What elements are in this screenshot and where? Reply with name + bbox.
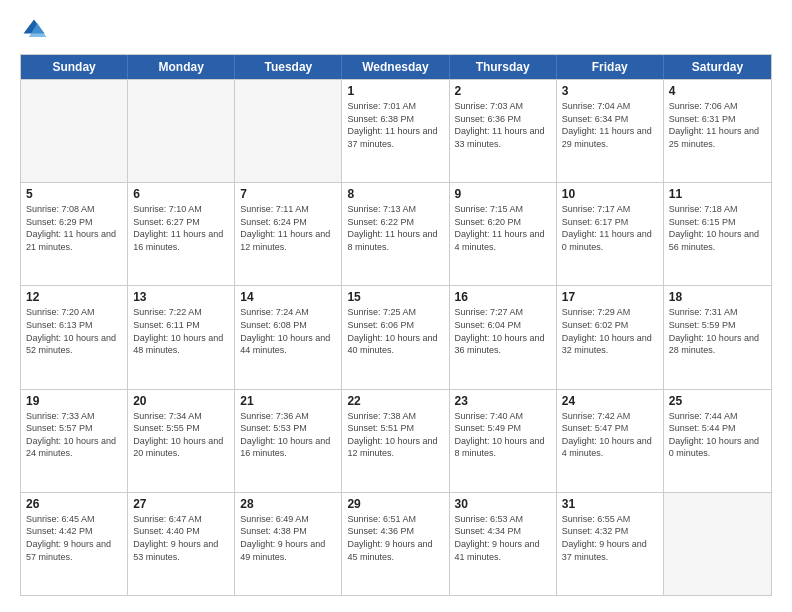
calendar-day-14: 14Sunrise: 7:24 AM Sunset: 6:08 PM Dayli… [235, 286, 342, 388]
day-number: 25 [669, 394, 766, 408]
weekday-header-friday: Friday [557, 55, 664, 79]
day-number: 13 [133, 290, 229, 304]
day-info: Sunrise: 7:04 AM Sunset: 6:34 PM Dayligh… [562, 100, 658, 150]
day-info: Sunrise: 7:38 AM Sunset: 5:51 PM Dayligh… [347, 410, 443, 460]
weekday-header-thursday: Thursday [450, 55, 557, 79]
calendar-day-16: 16Sunrise: 7:27 AM Sunset: 6:04 PM Dayli… [450, 286, 557, 388]
day-info: Sunrise: 7:34 AM Sunset: 5:55 PM Dayligh… [133, 410, 229, 460]
day-info: Sunrise: 7:42 AM Sunset: 5:47 PM Dayligh… [562, 410, 658, 460]
calendar-day-12: 12Sunrise: 7:20 AM Sunset: 6:13 PM Dayli… [21, 286, 128, 388]
calendar-day-23: 23Sunrise: 7:40 AM Sunset: 5:49 PM Dayli… [450, 390, 557, 492]
day-info: Sunrise: 7:15 AM Sunset: 6:20 PM Dayligh… [455, 203, 551, 253]
day-info: Sunrise: 6:45 AM Sunset: 4:42 PM Dayligh… [26, 513, 122, 563]
calendar-day-empty-0-1 [128, 80, 235, 182]
day-number: 23 [455, 394, 551, 408]
day-number: 19 [26, 394, 122, 408]
calendar-day-31: 31Sunrise: 6:55 AM Sunset: 4:32 PM Dayli… [557, 493, 664, 595]
weekday-header-sunday: Sunday [21, 55, 128, 79]
calendar-day-25: 25Sunrise: 7:44 AM Sunset: 5:44 PM Dayli… [664, 390, 771, 492]
calendar-header: SundayMondayTuesdayWednesdayThursdayFrid… [21, 55, 771, 79]
calendar-day-1: 1Sunrise: 7:01 AM Sunset: 6:38 PM Daylig… [342, 80, 449, 182]
calendar-day-21: 21Sunrise: 7:36 AM Sunset: 5:53 PM Dayli… [235, 390, 342, 492]
day-number: 21 [240, 394, 336, 408]
calendar: SundayMondayTuesdayWednesdayThursdayFrid… [20, 54, 772, 596]
page: SundayMondayTuesdayWednesdayThursdayFrid… [0, 0, 792, 612]
calendar-row-2: 12Sunrise: 7:20 AM Sunset: 6:13 PM Dayli… [21, 285, 771, 388]
calendar-day-28: 28Sunrise: 6:49 AM Sunset: 4:38 PM Dayli… [235, 493, 342, 595]
day-info: Sunrise: 7:27 AM Sunset: 6:04 PM Dayligh… [455, 306, 551, 356]
day-info: Sunrise: 7:18 AM Sunset: 6:15 PM Dayligh… [669, 203, 766, 253]
calendar-day-27: 27Sunrise: 6:47 AM Sunset: 4:40 PM Dayli… [128, 493, 235, 595]
day-number: 17 [562, 290, 658, 304]
calendar-day-6: 6Sunrise: 7:10 AM Sunset: 6:27 PM Daylig… [128, 183, 235, 285]
calendar-day-2: 2Sunrise: 7:03 AM Sunset: 6:36 PM Daylig… [450, 80, 557, 182]
day-number: 11 [669, 187, 766, 201]
day-info: Sunrise: 7:08 AM Sunset: 6:29 PM Dayligh… [26, 203, 122, 253]
calendar-row-4: 26Sunrise: 6:45 AM Sunset: 4:42 PM Dayli… [21, 492, 771, 595]
day-info: Sunrise: 7:11 AM Sunset: 6:24 PM Dayligh… [240, 203, 336, 253]
calendar-row-1: 5Sunrise: 7:08 AM Sunset: 6:29 PM Daylig… [21, 182, 771, 285]
day-info: Sunrise: 7:29 AM Sunset: 6:02 PM Dayligh… [562, 306, 658, 356]
logo [20, 16, 52, 44]
day-number: 29 [347, 497, 443, 511]
calendar-day-4: 4Sunrise: 7:06 AM Sunset: 6:31 PM Daylig… [664, 80, 771, 182]
day-number: 12 [26, 290, 122, 304]
calendar-day-7: 7Sunrise: 7:11 AM Sunset: 6:24 PM Daylig… [235, 183, 342, 285]
day-info: Sunrise: 7:40 AM Sunset: 5:49 PM Dayligh… [455, 410, 551, 460]
day-number: 24 [562, 394, 658, 408]
calendar-day-26: 26Sunrise: 6:45 AM Sunset: 4:42 PM Dayli… [21, 493, 128, 595]
day-info: Sunrise: 7:22 AM Sunset: 6:11 PM Dayligh… [133, 306, 229, 356]
day-number: 30 [455, 497, 551, 511]
day-info: Sunrise: 7:31 AM Sunset: 5:59 PM Dayligh… [669, 306, 766, 356]
day-number: 18 [669, 290, 766, 304]
calendar-day-9: 9Sunrise: 7:15 AM Sunset: 6:20 PM Daylig… [450, 183, 557, 285]
day-info: Sunrise: 7:13 AM Sunset: 6:22 PM Dayligh… [347, 203, 443, 253]
day-number: 26 [26, 497, 122, 511]
weekday-header-monday: Monday [128, 55, 235, 79]
day-info: Sunrise: 6:55 AM Sunset: 4:32 PM Dayligh… [562, 513, 658, 563]
day-number: 5 [26, 187, 122, 201]
weekday-header-wednesday: Wednesday [342, 55, 449, 79]
day-info: Sunrise: 7:17 AM Sunset: 6:17 PM Dayligh… [562, 203, 658, 253]
calendar-body: 1Sunrise: 7:01 AM Sunset: 6:38 PM Daylig… [21, 79, 771, 595]
calendar-row-0: 1Sunrise: 7:01 AM Sunset: 6:38 PM Daylig… [21, 79, 771, 182]
logo-icon [20, 16, 48, 44]
day-info: Sunrise: 7:24 AM Sunset: 6:08 PM Dayligh… [240, 306, 336, 356]
day-info: Sunrise: 7:36 AM Sunset: 5:53 PM Dayligh… [240, 410, 336, 460]
day-info: Sunrise: 7:01 AM Sunset: 6:38 PM Dayligh… [347, 100, 443, 150]
day-number: 14 [240, 290, 336, 304]
day-number: 2 [455, 84, 551, 98]
calendar-day-13: 13Sunrise: 7:22 AM Sunset: 6:11 PM Dayli… [128, 286, 235, 388]
calendar-day-29: 29Sunrise: 6:51 AM Sunset: 4:36 PM Dayli… [342, 493, 449, 595]
calendar-day-10: 10Sunrise: 7:17 AM Sunset: 6:17 PM Dayli… [557, 183, 664, 285]
calendar-day-17: 17Sunrise: 7:29 AM Sunset: 6:02 PM Dayli… [557, 286, 664, 388]
day-number: 7 [240, 187, 336, 201]
day-info: Sunrise: 7:06 AM Sunset: 6:31 PM Dayligh… [669, 100, 766, 150]
day-number: 1 [347, 84, 443, 98]
calendar-day-18: 18Sunrise: 7:31 AM Sunset: 5:59 PM Dayli… [664, 286, 771, 388]
day-number: 16 [455, 290, 551, 304]
calendar-day-19: 19Sunrise: 7:33 AM Sunset: 5:57 PM Dayli… [21, 390, 128, 492]
header [20, 16, 772, 44]
day-number: 6 [133, 187, 229, 201]
calendar-day-20: 20Sunrise: 7:34 AM Sunset: 5:55 PM Dayli… [128, 390, 235, 492]
day-number: 27 [133, 497, 229, 511]
calendar-day-empty-4-6 [664, 493, 771, 595]
calendar-day-30: 30Sunrise: 6:53 AM Sunset: 4:34 PM Dayli… [450, 493, 557, 595]
calendar-row-3: 19Sunrise: 7:33 AM Sunset: 5:57 PM Dayli… [21, 389, 771, 492]
day-info: Sunrise: 7:33 AM Sunset: 5:57 PM Dayligh… [26, 410, 122, 460]
calendar-day-8: 8Sunrise: 7:13 AM Sunset: 6:22 PM Daylig… [342, 183, 449, 285]
day-info: Sunrise: 6:53 AM Sunset: 4:34 PM Dayligh… [455, 513, 551, 563]
day-number: 31 [562, 497, 658, 511]
calendar-day-24: 24Sunrise: 7:42 AM Sunset: 5:47 PM Dayli… [557, 390, 664, 492]
day-info: Sunrise: 7:44 AM Sunset: 5:44 PM Dayligh… [669, 410, 766, 460]
day-number: 20 [133, 394, 229, 408]
calendar-day-11: 11Sunrise: 7:18 AM Sunset: 6:15 PM Dayli… [664, 183, 771, 285]
calendar-day-empty-0-2 [235, 80, 342, 182]
day-info: Sunrise: 7:25 AM Sunset: 6:06 PM Dayligh… [347, 306, 443, 356]
calendar-day-empty-0-0 [21, 80, 128, 182]
day-number: 22 [347, 394, 443, 408]
day-number: 28 [240, 497, 336, 511]
day-info: Sunrise: 6:51 AM Sunset: 4:36 PM Dayligh… [347, 513, 443, 563]
day-number: 10 [562, 187, 658, 201]
